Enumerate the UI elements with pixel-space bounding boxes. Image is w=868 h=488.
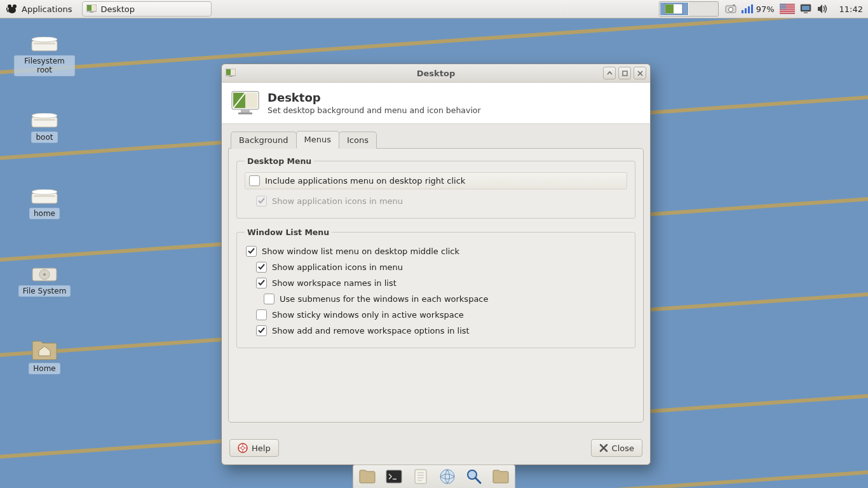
opt-label: Show application icons in menu — [272, 262, 403, 272]
svg-rect-41 — [238, 112, 252, 114]
desktop-icon-boot[interactable]: boot — [14, 113, 75, 143]
help-icon — [238, 443, 248, 453]
checkbox-icon — [249, 175, 260, 186]
battery-percent: 97% — [756, 4, 775, 14]
desktop-icon-home-folder[interactable]: Home — [14, 339, 75, 374]
desktop-icon-label: Filesystem root — [14, 55, 75, 76]
top-panel: Applications Desktop 97% — [0, 0, 868, 18]
svg-rect-36 — [623, 71, 627, 76]
desktop-icon-home[interactable]: home — [14, 189, 75, 219]
volume-icon[interactable] — [817, 4, 828, 14]
opt-label: Show add and remove workspace options in… — [272, 326, 470, 336]
desktop-settings-icon — [86, 4, 97, 13]
checkbox-icon — [256, 262, 267, 273]
opt-label: Show window list menu on desktop middle … — [262, 247, 459, 256]
desktop-icon-label: Home — [29, 363, 60, 374]
keyboard-layout-us-icon[interactable] — [780, 4, 795, 14]
window-close-button[interactable] — [634, 67, 646, 79]
bottom-dock — [353, 464, 515, 488]
dock-terminal[interactable] — [385, 468, 403, 485]
svg-rect-23 — [733, 4, 735, 6]
checkbox-icon — [256, 325, 267, 336]
header-subtitle: Set desktop background and menu and icon… — [268, 105, 481, 115]
checkbox-icon — [246, 246, 257, 257]
svg-rect-31 — [804, 12, 808, 13]
tabpage-menus: Desktop Menu Include applications menu o… — [228, 148, 644, 423]
window-rollup-button[interactable] — [603, 67, 616, 79]
tab-background[interactable]: Background — [231, 132, 297, 149]
svg-rect-16 — [87, 5, 92, 11]
tab-menus[interactable]: Menus — [296, 131, 339, 149]
help-button-label: Help — [252, 444, 271, 453]
screenshot-tray-icon[interactable] — [725, 4, 736, 14]
panel-clock[interactable]: 11:42 — [834, 4, 868, 14]
settings-header: Desktop Set desktop background and menu … — [222, 83, 650, 124]
dock-app-finder[interactable] — [465, 468, 483, 485]
svg-point-51 — [440, 470, 454, 484]
desktop-icon-filesystem-root[interactable]: Filesystem root — [14, 37, 75, 76]
opt-label: Show application icons in menu — [272, 196, 403, 206]
tab-icons[interactable]: Icons — [339, 132, 377, 149]
svg-point-5 — [32, 113, 57, 118]
window-title: Desktop — [222, 69, 650, 78]
svg-rect-18 — [90, 11, 93, 13]
checkbox-icon — [264, 294, 275, 304]
close-icon — [599, 444, 608, 452]
help-button[interactable]: Help — [229, 439, 279, 457]
group-desktop-menu-legend: Desktop Menu — [245, 156, 314, 166]
dock-home-folder[interactable] — [492, 468, 510, 485]
svg-point-43 — [241, 447, 245, 450]
svg-rect-30 — [802, 6, 810, 10]
battery-icon — [742, 4, 753, 13]
taskbar-item-label: Desktop — [100, 4, 135, 14]
opt-label: Show workspace names in list — [272, 278, 397, 288]
svg-point-2 — [32, 37, 57, 42]
svg-rect-7 — [34, 195, 55, 197]
applications-menu-label: Applications — [22, 4, 72, 14]
header-title: Desktop — [268, 91, 481, 104]
battery-indicator[interactable]: 97% — [742, 4, 775, 14]
checkbox-icon — [256, 196, 267, 207]
dialog-footer: Help Close — [222, 433, 650, 464]
close-button[interactable]: Close — [591, 439, 642, 457]
xfce-mouse-icon — [6, 3, 18, 15]
dock-web-browser[interactable] — [438, 468, 456, 485]
taskbar-item-desktop[interactable]: Desktop — [82, 1, 212, 17]
opt-use-submenus[interactable]: Use submenus for the windows in each wor… — [262, 291, 627, 307]
group-window-list-legend: Window List Menu — [245, 227, 332, 237]
checkbox-icon — [256, 309, 267, 320]
close-button-label: Close — [612, 444, 634, 453]
svg-point-11 — [43, 273, 46, 276]
svg-rect-46 — [415, 470, 426, 484]
workspace-1[interactable] — [660, 2, 689, 16]
opt-label: Show sticky windows only in active works… — [272, 310, 464, 320]
opt-show-winlist-middle[interactable]: Show window list menu on desktop middle … — [245, 243, 627, 259]
desktop-settings-window: Desktop Desktop Set desktop background a… — [221, 64, 651, 465]
svg-rect-40 — [241, 110, 250, 112]
desktop-icon-filesystem[interactable]: File System — [14, 264, 75, 297]
workspace-2[interactable] — [689, 2, 718, 16]
opt-show-app-icons-wl[interactable]: Show application icons in menu — [255, 259, 627, 275]
window-maximize-button[interactable] — [618, 67, 631, 79]
svg-line-53 — [475, 478, 480, 483]
opt-sticky-active[interactable]: Show sticky windows only in active works… — [255, 307, 627, 323]
group-desktop-menu: Desktop Menu Include applications menu o… — [236, 156, 635, 219]
svg-rect-1 — [34, 43, 55, 44]
us-flag-icon — [780, 4, 795, 14]
svg-rect-4 — [34, 119, 55, 121]
desktop-icon-label: boot — [31, 132, 57, 143]
opt-include-apps-menu[interactable]: Include applications menu on desktop rig… — [245, 172, 627, 189]
window-titlebar[interactable]: Desktop — [222, 64, 650, 83]
svg-point-14 — [8, 7, 16, 13]
desktop-header-icon — [231, 90, 260, 116]
dock-text-editor[interactable] — [412, 468, 430, 485]
workspace-pager[interactable] — [659, 1, 719, 17]
desktop-icon-label: home — [29, 208, 60, 219]
dock-file-manager[interactable] — [358, 468, 376, 485]
svg-rect-17 — [92, 5, 96, 11]
applications-menu-button[interactable]: Applications — [1, 1, 77, 17]
opt-show-ws-names[interactable]: Show workspace names in list — [255, 275, 627, 291]
opt-add-remove-ws[interactable]: Show add and remove workspace options in… — [255, 323, 627, 339]
group-window-list-menu: Window List Menu Show window list menu o… — [236, 227, 635, 348]
display-tray-icon[interactable] — [800, 4, 811, 14]
